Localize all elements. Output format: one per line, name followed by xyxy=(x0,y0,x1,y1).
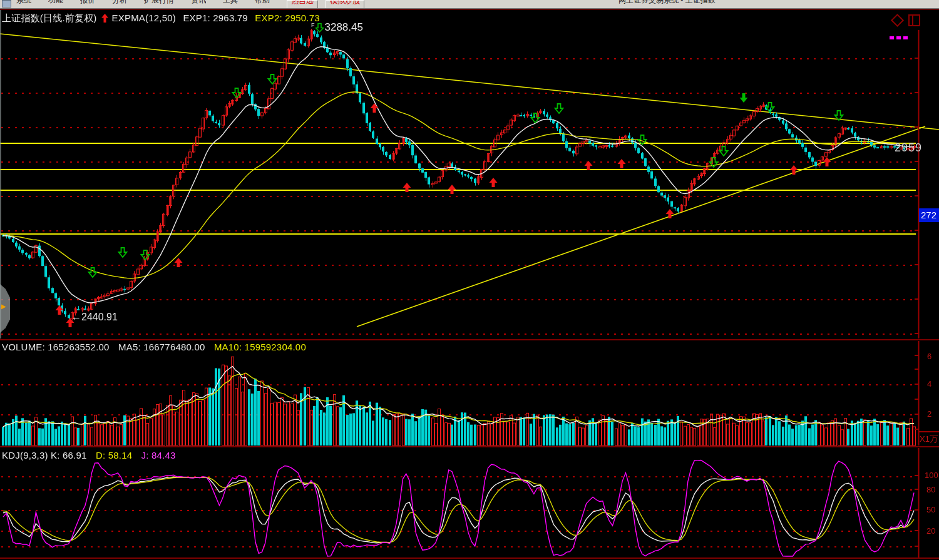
kdj-j-value: J: 84.43 xyxy=(141,450,176,461)
expand-arrow-icon: ▶ xyxy=(1,303,6,310)
peak-marker: F xyxy=(311,22,315,28)
menu-item-label: 功能 xyxy=(48,0,63,4)
menu-item-tools[interactable]: 工具 xyxy=(223,0,238,8)
button-label: 模拟炒股 xyxy=(330,0,360,5)
volume-axis-label: 6 xyxy=(927,352,931,361)
menu-item-extended-quote[interactable]: 扩展行情 xyxy=(144,0,174,8)
menu-item-label: 帮助 xyxy=(255,0,270,4)
menu-item-news[interactable]: 资讯 xyxy=(191,0,206,8)
menu-bar: 系统 功能 报价 分析 扩展行情 资讯 工具 帮助 热自选 模拟炒股 网上证券交… xyxy=(0,0,939,9)
dash xyxy=(896,36,901,39)
exp2-value: EXP2: 2950.73 xyxy=(255,13,320,23)
app-icon xyxy=(2,0,11,8)
menu-item-label: 扩展行情 xyxy=(144,0,174,4)
window-title: 网上证券交易系统 - 上证指数 xyxy=(618,0,716,8)
menu-item-label: 资讯 xyxy=(191,0,206,4)
last-price-label: 2959 xyxy=(895,141,922,155)
window-title-text: 网上证券交易系统 - 上证指数 xyxy=(618,0,716,4)
menu-item-analysis[interactable]: 分析 xyxy=(112,0,127,8)
dash xyxy=(903,36,908,39)
menu-item-function[interactable]: 功能 xyxy=(48,0,63,8)
expma-indicator-label: EXPMA(12,50) xyxy=(112,13,176,23)
peak-value-label: 3288.45 xyxy=(325,21,363,33)
volume-axis-label: 2 xyxy=(927,409,931,419)
volume-header: VOLUME: 165263552.00 MA5: 166776480.00 M… xyxy=(2,342,306,352)
volume-axis-label: 4 xyxy=(927,379,931,389)
menu-item-label: 系统 xyxy=(16,0,31,4)
volume-unit-label: X1万 xyxy=(920,434,938,445)
price-tag: 272 xyxy=(919,208,939,222)
menu-item-label: 分析 xyxy=(112,0,127,4)
kdj-d-value: D: 58.14 xyxy=(96,450,132,461)
magenta-dashes-icon xyxy=(890,36,908,39)
main-chart-header: 上证指数(日线.前复权)EXPMA(12,50) EXP1: 2963.79 E… xyxy=(2,13,324,24)
kdj-axis-label: 100 xyxy=(925,471,938,480)
kdj-axis-label: 20 xyxy=(926,526,935,536)
up-arrow-icon xyxy=(101,14,108,23)
kdj-header: KDJ(9,3,3) K: 66.91 D: 58.14 J: 84.43 xyxy=(2,450,176,461)
menu-item-help[interactable]: 帮助 xyxy=(255,0,270,8)
button-label: 热自选 xyxy=(291,0,314,5)
symbol-title[interactable]: 上证指数(日线.前复权) xyxy=(2,13,97,23)
sell-arrow-icon xyxy=(316,23,324,33)
dash xyxy=(890,36,894,39)
volume-value: VOLUME: 165263552.00 xyxy=(2,342,110,352)
menu-item-label: 工具 xyxy=(223,0,238,4)
kdj-axis-label: 50 xyxy=(926,505,935,514)
sim-trading-button[interactable]: 模拟炒股 xyxy=(326,0,364,9)
volume-ma10: MA10: 159592304.00 xyxy=(214,342,306,352)
menu-item-system[interactable]: 系统 xyxy=(16,0,31,8)
hot-watchlist-button[interactable]: 热自选 xyxy=(287,0,318,9)
left-edge-strip xyxy=(0,10,1,339)
trading-terminal-window: 系统 功能 报价 分析 扩展行情 资讯 工具 帮助 热自选 模拟炒股 网上证券交… xyxy=(0,0,939,560)
menu-item-quote[interactable]: 报价 xyxy=(80,0,95,8)
peak-annotation: F3288.45 xyxy=(311,21,363,34)
chart-canvas[interactable] xyxy=(0,0,939,560)
exp1-value: EXP1: 2963.79 xyxy=(183,13,248,23)
kdj-k-value: KDJ(9,3,3) K: 66.91 xyxy=(2,450,87,461)
menu-item-label: 报价 xyxy=(80,0,95,4)
split-window-icon[interactable] xyxy=(908,14,920,26)
volume-ma5: MA5: 166776480.00 xyxy=(118,342,205,352)
kdj-axis-label: 80 xyxy=(926,485,935,494)
trough-annotation: ←2440.91 xyxy=(71,312,118,323)
